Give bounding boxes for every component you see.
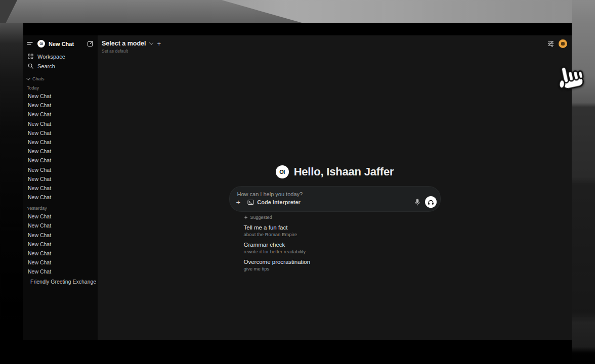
avatar-glyph	[561, 42, 565, 46]
controls-sliders-icon[interactable]	[547, 40, 554, 47]
chat-list-item[interactable]: New Chat	[27, 174, 94, 184]
model-selector[interactable]: Select a model +	[102, 40, 161, 47]
desktop: OI New Chat Workspace	[0, 0, 595, 364]
suggested-prompt-title: Overcome procrastination	[244, 259, 441, 265]
sidebar-item-search[interactable]: Search	[27, 61, 94, 71]
chat-list-item-named[interactable]: Friendly Greeting Exchange	[27, 277, 94, 286]
suggested-prompt-title: Tell me a fun fact	[244, 224, 441, 231]
window-titlebar	[23, 23, 572, 35]
sidebar-item-label: Search	[37, 63, 55, 69]
chat-list-item[interactable]: New Chat	[27, 267, 94, 276]
suggested-prompt-subtitle: give me tips	[244, 266, 441, 271]
chat-list-item[interactable]: New Chat	[27, 212, 94, 221]
chat-list-item[interactable]: New Chat	[27, 231, 94, 240]
chat-list-item[interactable]: New Chat	[27, 156, 94, 165]
chat-list-item[interactable]: New Chat	[27, 165, 94, 174]
model-selector-label: Select a model	[102, 40, 146, 47]
model-selector-block: Select a model + Set as default	[102, 40, 161, 54]
message-input[interactable]: How can I help you today? + Code Interpr…	[229, 186, 441, 212]
sidebar-title: New Chat	[49, 41, 87, 47]
app-window: OI New Chat Workspace	[23, 23, 572, 340]
wallpaper-right-strip	[572, 0, 595, 364]
main-area: Select a model + Set as default	[98, 35, 572, 340]
chat-list-item[interactable]: New Chat	[27, 128, 94, 138]
voice-call-button[interactable]	[425, 196, 437, 208]
chat-list-item[interactable]: New Chat	[27, 258, 94, 267]
terminal-icon	[247, 199, 254, 205]
chat-group-label-yesterday: Yesterday	[27, 205, 94, 212]
chats-section-label: Chats	[32, 76, 45, 81]
new-chat-icon[interactable]	[87, 40, 94, 47]
chat-list-item[interactable]: New Chat	[27, 249, 94, 258]
sidebar: OI New Chat Workspace	[23, 35, 98, 340]
sidebar-header: OI New Chat	[27, 39, 94, 48]
suggested-prompt-title: Grammar check	[244, 242, 441, 248]
suggested-list: Tell me a fun fact about the Roman Empir…	[244, 224, 441, 271]
suggested-prompt[interactable]: Grammar check rewrite it for better read…	[244, 242, 441, 254]
chat-list-item[interactable]: New Chat	[27, 101, 94, 110]
chat-list-item[interactable]: New Chat	[27, 110, 94, 119]
welcome-column: OI Hello, Ishaan Jaffer How can I help y…	[229, 165, 441, 276]
chevron-down-icon	[149, 40, 153, 44]
code-interpreter-toggle[interactable]: Code Interpreter	[247, 199, 301, 205]
set-as-default-link[interactable]: Set as default	[102, 49, 161, 54]
chat-list-item[interactable]: New Chat	[27, 240, 94, 249]
sidebar-item-workspace[interactable]: Workspace	[27, 52, 94, 61]
chat-list-item-label: Friendly Greeting Exchange	[30, 279, 96, 285]
greeting-text: Hello, Ishaan Jaffer	[294, 165, 394, 178]
chat-list-item[interactable]: New Chat	[27, 193, 94, 202]
suggested-prompt[interactable]: Overcome procrastination give me tips	[244, 259, 441, 271]
workspace-grid-icon	[28, 54, 33, 59]
sidebar-toggle-icon[interactable]	[27, 41, 33, 47]
suggested-block: Suggested Tell me a fun fact about the R…	[229, 215, 441, 271]
chat-list-item[interactable]: New Chat	[27, 119, 94, 128]
chat-list-item[interactable]: New Chat	[27, 138, 94, 147]
suggested-prompt-subtitle: about the Roman Empire	[244, 232, 441, 237]
chat-list-item[interactable]: New Chat	[27, 147, 94, 156]
sidebar-chats-section-toggle[interactable]: Chats	[27, 76, 94, 81]
sparkle-icon	[244, 215, 248, 219]
app-logo: OI	[37, 40, 45, 48]
suggested-prompt-subtitle: rewrite it for better readability	[244, 249, 441, 254]
user-avatar[interactable]	[559, 39, 567, 48]
suggested-label-row: Suggested	[244, 215, 441, 220]
headphones-icon	[428, 199, 434, 205]
microphone-icon[interactable]	[414, 199, 420, 206]
sidebar-item-label: Workspace	[37, 54, 65, 60]
chat-list-item[interactable]: New Chat	[27, 92, 94, 101]
topbar-right	[547, 39, 567, 48]
chat-list-today: New ChatNew ChatNew ChatNew ChatNew Chat…	[27, 92, 94, 202]
greeting-row: OI Hello, Ishaan Jaffer	[229, 165, 441, 179]
chat-list-item[interactable]: New Chat	[27, 221, 94, 230]
chat-list-item[interactable]: New Chat	[27, 184, 94, 193]
suggested-prompt[interactable]: Tell me a fun fact about the Roman Empir…	[244, 224, 441, 237]
code-interpreter-label: Code Interpreter	[257, 199, 301, 205]
chat-group-label-today: Today	[27, 85, 94, 92]
attach-plus-button[interactable]: +	[235, 198, 242, 206]
add-model-button[interactable]: +	[157, 40, 161, 47]
chat-list-yesterday: New ChatNew ChatNew ChatNew ChatNew Chat…	[27, 212, 94, 276]
chevron-down-icon	[26, 76, 30, 80]
suggested-label: Suggested	[250, 215, 272, 220]
wallpaper-left-strip	[0, 23, 23, 364]
app-logo: OI	[276, 165, 289, 178]
search-icon	[28, 63, 33, 69]
